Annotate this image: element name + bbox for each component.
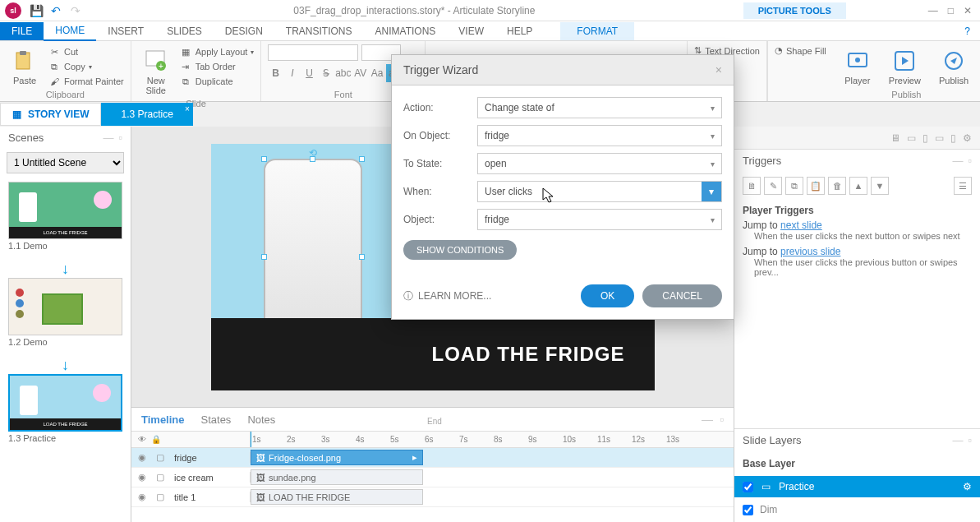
player-button[interactable]: Player — [840, 44, 876, 89]
panel-pin-icon[interactable]: ▫ — [720, 413, 724, 426]
playhead[interactable] — [251, 432, 251, 447]
phone-landscape-icon[interactable]: ▭ — [935, 132, 944, 144]
maximize-icon[interactable]: □ — [948, 5, 954, 16]
tablet-portrait-icon[interactable]: ▯ — [922, 132, 928, 144]
menu-insert[interactable]: INSERT — [96, 22, 155, 40]
timeline-row[interactable]: ◉ ▢ fridge 🖼 Fridge-closed.png ▸ — [131, 448, 734, 468]
desktop-icon[interactable]: 🖥 — [890, 132, 900, 144]
timeline-row[interactable]: ◉ ▢ title 1 🖼 LOAD THE FRIDGE — [131, 487, 734, 507]
char-spacing-button[interactable]: AV — [353, 64, 368, 82]
copy-trigger-button[interactable]: ⧉ — [785, 177, 803, 195]
layer-settings-icon[interactable]: ⚙ — [963, 481, 972, 492]
phone-portrait-icon[interactable]: ▯ — [950, 132, 956, 144]
shadow-button[interactable]: abc — [335, 64, 351, 82]
case-button[interactable]: Aa — [370, 64, 384, 82]
menu-transitions[interactable]: TRANSITIONS — [274, 22, 364, 40]
thumb-3[interactable]: LOAD THE FRIDGE 1.3 Practice — [8, 374, 122, 450]
duplicate-button[interactable]: ⧉Duplicate — [179, 74, 255, 89]
layer-visible-checkbox[interactable] — [743, 482, 753, 492]
font-family-select[interactable] — [268, 44, 358, 61]
thumb-1[interactable]: LOAD THE FRIDGE 1.1 Demo — [8, 182, 122, 257]
action-select[interactable]: Change state of▾ — [477, 97, 722, 118]
lock-icon[interactable]: ▢ — [156, 452, 168, 463]
object-select[interactable]: fridge▾ — [477, 209, 722, 230]
strike-button[interactable]: S̶ — [319, 64, 334, 82]
tab-close-icon[interactable]: × — [185, 104, 190, 113]
menu-file[interactable]: FILE — [0, 22, 44, 40]
italic-button[interactable]: I — [285, 64, 300, 82]
redo-icon[interactable]: ↷ — [66, 1, 85, 21]
paste-trigger-button[interactable]: 📋 — [807, 177, 825, 195]
scene-select[interactable]: 1 Untitled Scene — [7, 152, 124, 173]
format-painter-button[interactable]: 🖌Format Painter — [48, 74, 124, 89]
save-icon[interactable]: 💾 — [26, 1, 46, 21]
dim-checkbox[interactable] — [743, 505, 753, 515]
trigger-next[interactable]: Jump to next slide — [743, 219, 972, 231]
bold-button[interactable]: B — [268, 64, 283, 82]
help-icon[interactable]: ? — [964, 25, 980, 37]
timeline-clip[interactable]: 🖼 LOAD THE FRIDGE — [251, 489, 423, 505]
move-up-button[interactable]: ▲ — [849, 177, 867, 195]
tablet-landscape-icon[interactable]: ▭ — [907, 132, 916, 144]
wizard-close-icon[interactable]: × — [715, 63, 722, 76]
shape-fill-button[interactable]: ◔ Shape Fill — [775, 44, 826, 57]
eye-icon[interactable]: 👁 — [138, 435, 146, 444]
menu-view[interactable]: VIEW — [447, 22, 495, 40]
publish-button[interactable]: Publish — [934, 44, 973, 89]
eye-icon[interactable]: ◉ — [138, 452, 150, 463]
apply-layout-button[interactable]: ▦Apply Layout ▾ — [179, 44, 255, 59]
menu-help[interactable]: HELP — [495, 22, 544, 40]
eye-icon[interactable]: ◉ — [138, 472, 150, 483]
timeline-clip[interactable]: 🖼 sundae.png — [251, 469, 423, 485]
paste-button[interactable]: Paste — [7, 44, 43, 89]
add-trigger-button[interactable]: 🗎 — [743, 177, 761, 195]
window-title: 03F_drag_drop_interactions.story* - Arti… — [85, 5, 743, 16]
variables-button[interactable]: ☰ — [954, 177, 972, 195]
minimize-icon[interactable]: — — [928, 5, 938, 16]
menu-format[interactable]: FORMAT — [560, 22, 634, 40]
timeline-clip[interactable]: 🖼 Fridge-closed.png ▸ — [251, 450, 423, 465]
tab-order-button[interactable]: ⇥Tab Order — [179, 59, 255, 74]
settings-icon[interactable]: ⚙ — [963, 132, 972, 144]
tab-states[interactable]: States — [201, 413, 232, 426]
menu-design[interactable]: DESIGN — [214, 22, 274, 40]
menu-animations[interactable]: ANIMATIONS — [364, 22, 448, 40]
lock-icon[interactable]: ▢ — [156, 492, 168, 502]
slide-tab[interactable]: 1.3 Practice × — [101, 103, 192, 126]
underline-button[interactable]: U — [301, 64, 316, 82]
tick: 5s — [389, 435, 423, 444]
delete-trigger-button[interactable]: 🗑 — [828, 177, 846, 195]
thumb-2[interactable]: 1.2 Demo — [8, 278, 122, 353]
panel-menu-icon[interactable]: ▫ — [118, 132, 122, 144]
panel-collapse-icon[interactable]: — — [103, 132, 113, 144]
panel-collapse-icon[interactable]: — — [702, 413, 713, 426]
when-select[interactable]: User clicks▾ — [477, 181, 722, 202]
ok-button[interactable]: OK — [581, 284, 634, 307]
trigger-prev[interactable]: Jump to previous slide — [743, 246, 972, 257]
eye-icon[interactable]: ◉ — [138, 492, 150, 502]
cut-button[interactable]: ✂Cut — [48, 44, 124, 59]
timeline-row[interactable]: ◉ ▢ ice cream 🖼 sundae.png — [131, 468, 734, 487]
edit-trigger-button[interactable]: ✎ — [764, 177, 782, 195]
lock-icon[interactable]: 🔒 — [151, 435, 161, 444]
lock-icon[interactable]: ▢ — [156, 472, 168, 483]
svg-point-6 — [855, 58, 860, 62]
layer-practice[interactable]: ▭ Practice ⚙ — [734, 476, 980, 497]
tab-timeline[interactable]: Timeline — [141, 413, 185, 426]
to-state-select[interactable]: open▾ — [477, 153, 722, 174]
close-icon[interactable]: ✕ — [964, 5, 972, 16]
on-object-select[interactable]: fridge▾ — [477, 125, 722, 146]
preview-button[interactable]: Preview — [884, 44, 926, 89]
show-conditions-button[interactable]: SHOW CONDITIONS — [403, 240, 517, 260]
cancel-button[interactable]: CANCEL — [642, 284, 722, 307]
menu-slides[interactable]: SLIDES — [155, 22, 214, 40]
undo-icon[interactable]: ↶ — [46, 1, 66, 21]
menu-home[interactable]: HOME — [44, 21, 96, 41]
move-down-button[interactable]: ▼ — [871, 177, 889, 195]
new-slide-button[interactable]: + New Slide — [138, 44, 174, 99]
tab-notes[interactable]: Notes — [247, 413, 275, 426]
story-view-button[interactable]: ▦ STORY VIEW — [0, 103, 101, 126]
copy-button[interactable]: ⧉Copy ▾ — [48, 59, 124, 74]
wizard-titlebar[interactable]: Trigger Wizard × — [392, 55, 734, 85]
learn-more-link[interactable]: ⓘ LEARN MORE... — [403, 289, 491, 303]
